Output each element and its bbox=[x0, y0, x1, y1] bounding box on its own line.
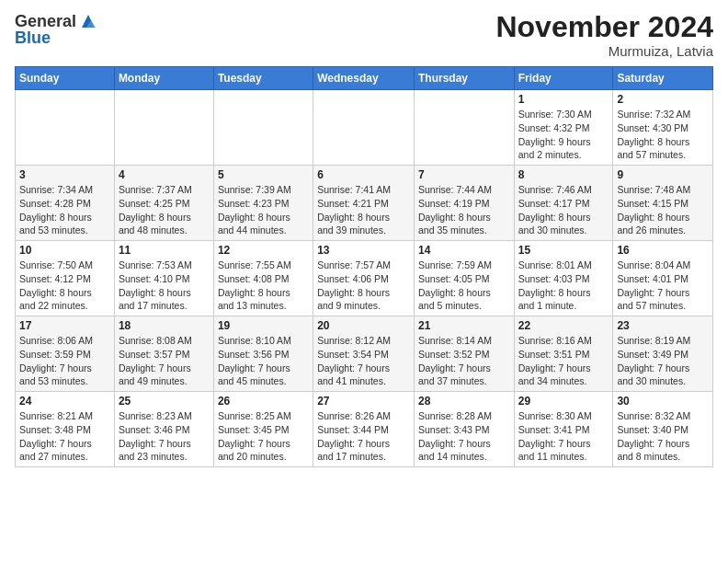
calendar-cell: 29Sunrise: 8:30 AMSunset: 3:41 PMDayligh… bbox=[514, 392, 613, 467]
day-number: 26 bbox=[218, 395, 309, 408]
month-title: November 2024 bbox=[495, 11, 713, 43]
day-info: Sunrise: 8:23 AMSunset: 3:46 PMDaylight:… bbox=[119, 409, 210, 464]
calendar-cell: 2Sunrise: 7:32 AMSunset: 4:30 PMDaylight… bbox=[613, 90, 713, 166]
calendar-cell: 12Sunrise: 7:55 AMSunset: 4:08 PMDayligh… bbox=[213, 241, 313, 316]
calendar-cell: 20Sunrise: 8:12 AMSunset: 3:54 PMDayligh… bbox=[313, 316, 415, 392]
day-info: Sunrise: 8:06 AMSunset: 3:59 PMDaylight:… bbox=[19, 334, 110, 388]
calendar-cell: 30Sunrise: 8:32 AMSunset: 3:40 PMDayligh… bbox=[613, 392, 713, 467]
weekday-saturday: Saturday bbox=[613, 67, 713, 90]
day-number: 30 bbox=[617, 395, 709, 408]
day-number: 1 bbox=[518, 93, 609, 106]
day-number: 10 bbox=[19, 244, 110, 257]
day-info: Sunrise: 8:28 AMSunset: 3:43 PMDaylight:… bbox=[418, 409, 510, 464]
day-number: 25 bbox=[119, 395, 210, 408]
day-info: Sunrise: 7:32 AMSunset: 4:30 PMDaylight:… bbox=[617, 108, 709, 162]
calendar-table: SundayMondayTuesdayWednesdayThursdayFrid… bbox=[15, 66, 713, 467]
day-number: 7 bbox=[418, 168, 510, 181]
day-number: 19 bbox=[218, 319, 309, 332]
day-info: Sunrise: 8:16 AMSunset: 3:51 PMDaylight:… bbox=[518, 334, 609, 388]
location: Murmuiza, Latvia bbox=[495, 43, 713, 59]
day-number: 9 bbox=[617, 168, 709, 181]
day-number: 21 bbox=[418, 319, 510, 332]
day-number: 29 bbox=[518, 395, 609, 408]
day-number: 6 bbox=[317, 168, 410, 181]
day-number: 18 bbox=[119, 319, 210, 332]
day-info: Sunrise: 8:21 AMSunset: 3:48 PMDaylight:… bbox=[19, 409, 110, 464]
calendar-cell: 23Sunrise: 8:19 AMSunset: 3:49 PMDayligh… bbox=[613, 316, 713, 392]
day-number: 11 bbox=[119, 244, 210, 257]
weekday-friday: Friday bbox=[514, 67, 613, 90]
calendar-body: 1Sunrise: 7:30 AMSunset: 4:32 PMDaylight… bbox=[16, 90, 713, 467]
calendar-cell: 24Sunrise: 8:21 AMSunset: 3:48 PMDayligh… bbox=[16, 392, 115, 467]
week-row-4: 17Sunrise: 8:06 AMSunset: 3:59 PMDayligh… bbox=[16, 316, 713, 392]
calendar-cell: 19Sunrise: 8:10 AMSunset: 3:56 PMDayligh… bbox=[213, 316, 313, 392]
day-info: Sunrise: 7:59 AMSunset: 4:05 PMDaylight:… bbox=[418, 259, 510, 313]
calendar-cell: 4Sunrise: 7:37 AMSunset: 4:25 PMDaylight… bbox=[114, 166, 213, 241]
day-number: 14 bbox=[418, 244, 510, 257]
calendar-header: SundayMondayTuesdayWednesdayThursdayFrid… bbox=[16, 67, 713, 90]
day-info: Sunrise: 8:14 AMSunset: 3:52 PMDaylight:… bbox=[418, 334, 510, 388]
logo: General Blue bbox=[15, 11, 98, 48]
calendar-cell: 8Sunrise: 7:46 AMSunset: 4:17 PMDaylight… bbox=[514, 166, 613, 241]
day-number: 27 bbox=[317, 395, 410, 408]
calendar-cell bbox=[414, 90, 514, 166]
weekday-tuesday: Tuesday bbox=[213, 67, 313, 90]
calendar-cell: 22Sunrise: 8:16 AMSunset: 3:51 PMDayligh… bbox=[514, 316, 613, 392]
calendar-cell: 21Sunrise: 8:14 AMSunset: 3:52 PMDayligh… bbox=[414, 316, 514, 392]
day-info: Sunrise: 7:41 AMSunset: 4:21 PMDaylight:… bbox=[317, 183, 410, 237]
day-info: Sunrise: 7:39 AMSunset: 4:23 PMDaylight:… bbox=[218, 183, 309, 237]
day-number: 2 bbox=[617, 93, 709, 106]
day-number: 16 bbox=[617, 244, 709, 257]
calendar-cell: 25Sunrise: 8:23 AMSunset: 3:46 PMDayligh… bbox=[114, 392, 213, 467]
day-number: 22 bbox=[518, 319, 609, 332]
calendar-cell bbox=[213, 90, 313, 166]
calendar-cell: 5Sunrise: 7:39 AMSunset: 4:23 PMDaylight… bbox=[213, 166, 313, 241]
day-info: Sunrise: 8:32 AMSunset: 3:40 PMDaylight:… bbox=[617, 409, 709, 464]
day-info: Sunrise: 7:55 AMSunset: 4:08 PMDaylight:… bbox=[218, 259, 309, 313]
calendar-cell: 17Sunrise: 8:06 AMSunset: 3:59 PMDayligh… bbox=[16, 316, 115, 392]
calendar-cell: 13Sunrise: 7:57 AMSunset: 4:06 PMDayligh… bbox=[313, 241, 415, 316]
day-info: Sunrise: 7:30 AMSunset: 4:32 PMDaylight:… bbox=[518, 108, 609, 162]
calendar-cell bbox=[16, 90, 115, 166]
day-number: 28 bbox=[418, 395, 510, 408]
calendar-cell: 10Sunrise: 7:50 AMSunset: 4:12 PMDayligh… bbox=[16, 241, 115, 316]
week-row-3: 10Sunrise: 7:50 AMSunset: 4:12 PMDayligh… bbox=[16, 241, 713, 316]
weekday-wednesday: Wednesday bbox=[313, 67, 415, 90]
day-info: Sunrise: 7:57 AMSunset: 4:06 PMDaylight:… bbox=[317, 259, 410, 313]
day-info: Sunrise: 8:25 AMSunset: 3:45 PMDaylight:… bbox=[218, 409, 309, 464]
day-info: Sunrise: 7:34 AMSunset: 4:28 PMDaylight:… bbox=[19, 183, 110, 237]
day-info: Sunrise: 7:37 AMSunset: 4:25 PMDaylight:… bbox=[119, 183, 210, 237]
day-number: 13 bbox=[317, 244, 410, 257]
day-info: Sunrise: 8:12 AMSunset: 3:54 PMDaylight:… bbox=[317, 334, 410, 388]
weekday-header-row: SundayMondayTuesdayWednesdayThursdayFrid… bbox=[16, 67, 713, 90]
day-info: Sunrise: 8:01 AMSunset: 4:03 PMDaylight:… bbox=[518, 259, 609, 313]
week-row-5: 24Sunrise: 8:21 AMSunset: 3:48 PMDayligh… bbox=[16, 392, 713, 467]
logo-blue: Blue bbox=[15, 29, 98, 48]
calendar-cell: 27Sunrise: 8:26 AMSunset: 3:44 PMDayligh… bbox=[313, 392, 415, 467]
calendar-cell: 6Sunrise: 7:41 AMSunset: 4:21 PMDaylight… bbox=[313, 166, 415, 241]
weekday-monday: Monday bbox=[114, 67, 213, 90]
day-number: 3 bbox=[19, 168, 110, 181]
calendar-cell: 18Sunrise: 8:08 AMSunset: 3:57 PMDayligh… bbox=[114, 316, 213, 392]
calendar-cell: 15Sunrise: 8:01 AMSunset: 4:03 PMDayligh… bbox=[514, 241, 613, 316]
day-info: Sunrise: 7:46 AMSunset: 4:17 PMDaylight:… bbox=[518, 183, 609, 237]
calendar-cell: 11Sunrise: 7:53 AMSunset: 4:10 PMDayligh… bbox=[114, 241, 213, 316]
calendar-cell: 14Sunrise: 7:59 AMSunset: 4:05 PMDayligh… bbox=[414, 241, 514, 316]
day-number: 15 bbox=[518, 244, 609, 257]
day-number: 8 bbox=[518, 168, 609, 181]
day-info: Sunrise: 8:26 AMSunset: 3:44 PMDaylight:… bbox=[317, 409, 410, 464]
day-info: Sunrise: 8:04 AMSunset: 4:01 PMDaylight:… bbox=[617, 259, 709, 313]
day-number: 5 bbox=[218, 168, 309, 181]
week-row-2: 3Sunrise: 7:34 AMSunset: 4:28 PMDaylight… bbox=[16, 166, 713, 241]
calendar-cell: 7Sunrise: 7:44 AMSunset: 4:19 PMDaylight… bbox=[414, 166, 514, 241]
day-info: Sunrise: 7:44 AMSunset: 4:19 PMDaylight:… bbox=[418, 183, 510, 237]
calendar-cell: 1Sunrise: 7:30 AMSunset: 4:32 PMDaylight… bbox=[514, 90, 613, 166]
day-number: 17 bbox=[19, 319, 110, 332]
calendar-cell: 16Sunrise: 8:04 AMSunset: 4:01 PMDayligh… bbox=[613, 241, 713, 316]
header: General Blue November 2024 Murmuiza, Lat… bbox=[15, 11, 713, 59]
day-info: Sunrise: 8:30 AMSunset: 3:41 PMDaylight:… bbox=[518, 409, 609, 464]
weekday-thursday: Thursday bbox=[414, 67, 514, 90]
calendar-cell: 3Sunrise: 7:34 AMSunset: 4:28 PMDaylight… bbox=[16, 166, 115, 241]
calendar-cell bbox=[114, 90, 213, 166]
day-info: Sunrise: 8:10 AMSunset: 3:56 PMDaylight:… bbox=[218, 334, 309, 388]
